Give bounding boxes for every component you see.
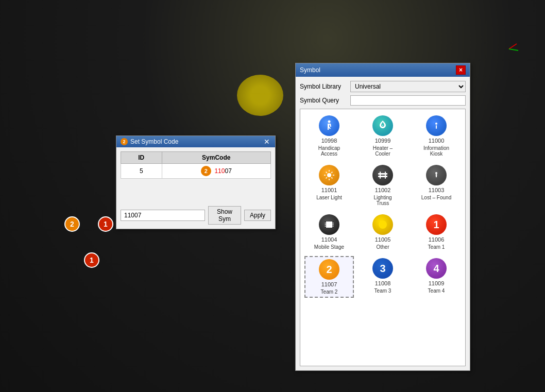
set-symbol-title: Set Symbol Code: [130, 138, 178, 145]
sym-num-11002: 11002: [375, 187, 391, 193]
query-label: Symbol Query: [300, 97, 346, 104]
marker-orange-2[interactable]: 2: [64, 216, 80, 232]
library-select[interactable]: Universal: [350, 81, 466, 92]
sym-cell-11007[interactable]: 2 11007 Team 2: [304, 256, 354, 298]
sym-icon-11009: 4: [426, 258, 447, 279]
set-symbol-content: ID SymCode 5 2 11007 Show Sym: [116, 147, 275, 229]
sym-name-10999: Heater –Cooler: [373, 145, 393, 157]
svg-line-1: [509, 49, 518, 50]
sym-cell-11003[interactable]: 11003 Lost – Found: [412, 163, 461, 208]
dialog-title-icon: 2: [121, 138, 128, 145]
col-header-id: ID: [121, 152, 162, 164]
svg-point-10: [435, 172, 437, 174]
sym-name-10998: HandicapAccess: [318, 145, 340, 157]
svg-point-18: [333, 223, 334, 224]
sym-name-11006: Team 1: [428, 244, 445, 250]
library-row: Symbol Library Universal: [300, 81, 466, 92]
marker-red-1a[interactable]: 1: [98, 216, 113, 232]
symbol-grid: 10998 HandicapAccess 10999 Heater –Coole…: [300, 109, 465, 302]
sym-num-11007: 11007: [321, 281, 337, 287]
svg-point-20: [333, 226, 334, 227]
svg-rect-6: [378, 173, 387, 175]
svg-point-21: [379, 220, 387, 229]
sym-name-11008: Team 3: [374, 288, 391, 294]
library-label: Symbol Library: [300, 83, 346, 90]
sym-num-11009: 11009: [429, 280, 445, 286]
svg-point-3: [435, 123, 437, 125]
sym-num-11003: 11003: [429, 187, 445, 193]
svg-point-19: [333, 224, 334, 225]
sym-num-10999: 10999: [375, 138, 391, 144]
sym-name-11000: InformationKiosk: [423, 145, 449, 157]
symbol-dialog-title: Symbol: [300, 66, 320, 74]
set-symbol-table: ID SymCode 5 2 11007: [121, 151, 271, 179]
symbol-dialog-close-button[interactable]: ×: [456, 65, 466, 75]
query-row: Symbol Query: [300, 95, 466, 106]
sym-cell-11008[interactable]: 3 11008 Team 3: [358, 256, 407, 298]
sym-cell-11002[interactable]: 11002 LightingTruss: [358, 163, 407, 208]
axis-indicator: [499, 41, 519, 57]
sym-icon-11000: [426, 115, 447, 136]
dialog-bottom-bar: Show Sym Apply: [121, 206, 271, 225]
show-sym-button[interactable]: Show Sym: [208, 206, 241, 225]
svg-line-0: [509, 44, 517, 49]
sym-icon-11004: [319, 214, 339, 235]
symcode-icon: 2: [201, 166, 211, 176]
symcode-input[interactable]: [121, 210, 205, 221]
sym-icon-11006: 1: [426, 214, 447, 235]
svg-rect-4: [436, 125, 437, 129]
svg-point-16: [325, 224, 326, 225]
sym-num-11000: 11000: [429, 138, 445, 144]
sym-cell-11004[interactable]: 11004 Mobile Stage: [304, 212, 354, 252]
sym-icon-11005: [372, 214, 393, 235]
apply-button[interactable]: Apply: [244, 210, 271, 221]
sym-icon-11003: [426, 165, 447, 185]
symbol-grid-container[interactable]: 10998 HandicapAccess 10999 Heater –Coole…: [300, 109, 466, 366]
sym-name-11004: Mobile Stage: [314, 244, 344, 250]
sym-icon-11007: 2: [319, 259, 339, 280]
set-symbol-table-area: ID SymCode 5 2 11007: [121, 151, 271, 203]
symbol-dialog: Symbol × Symbol Library Universal Symbol…: [295, 63, 470, 371]
svg-point-11: [436, 176, 437, 177]
sym-num-10998: 10998: [321, 138, 337, 144]
set-symbol-dialog: 2 Set Symbol Code ✕ ID SymCode 5 2: [116, 135, 276, 229]
svg-rect-9: [385, 172, 386, 179]
sym-cell-10999[interactable]: 10999 Heater –Cooler: [358, 113, 407, 159]
sym-name-11003: Lost – Found: [421, 195, 451, 200]
sym-icon-10998: [319, 115, 339, 136]
sym-cell-11006[interactable]: 1 11006 Team 1: [412, 212, 461, 252]
svg-rect-7: [378, 176, 387, 177]
sym-cell-11001[interactable]: 11001 Laser Light: [304, 163, 354, 208]
sym-cell-11005[interactable]: 11005 Other: [358, 212, 407, 252]
sym-icon-10999: [372, 115, 393, 136]
sym-name-11009: Team 4: [428, 288, 445, 294]
svg-rect-8: [380, 172, 381, 179]
sym-num-11008: 11008: [375, 280, 391, 286]
sym-name-11007: Team 2: [321, 289, 338, 295]
sym-cell-11000[interactable]: 11000 InformationKiosk: [412, 113, 461, 159]
sym-name-11001: Laser Light: [316, 195, 342, 200]
set-symbol-close-button[interactable]: ✕: [263, 138, 271, 145]
svg-point-15: [325, 223, 326, 224]
sym-icon-11002: [372, 165, 393, 185]
svg-point-17: [325, 226, 326, 227]
sym-num-11004: 11004: [321, 236, 337, 243]
set-symbol-titlebar: 2 Set Symbol Code ✕: [116, 136, 275, 147]
sym-num-11006: 11006: [429, 236, 445, 243]
query-input[interactable]: [350, 95, 466, 106]
sym-icon-11001: [319, 165, 339, 185]
sym-cell-11009[interactable]: 4 11009 Team 4: [412, 256, 461, 298]
sym-cell-10998[interactable]: 10998 HandicapAccess: [304, 113, 354, 159]
yellow-blob: [237, 75, 283, 116]
sym-icon-11008: 3: [372, 258, 393, 279]
col-header-symcode: SymCode: [162, 152, 270, 164]
cell-symcode: 2 11007: [162, 164, 270, 179]
sym-num-11005: 11005: [375, 236, 391, 243]
sym-name-11002: LightingTruss: [373, 195, 391, 206]
marker-red-1b[interactable]: 1: [84, 252, 99, 268]
sym-num-11001: 11001: [321, 187, 337, 193]
table-row[interactable]: 5 2 11007: [121, 164, 271, 179]
svg-point-5: [327, 173, 331, 177]
symbol-dialog-body: Symbol Library Universal Symbol Query 10…: [296, 77, 470, 370]
symbol-dialog-titlebar: Symbol ×: [296, 63, 470, 77]
